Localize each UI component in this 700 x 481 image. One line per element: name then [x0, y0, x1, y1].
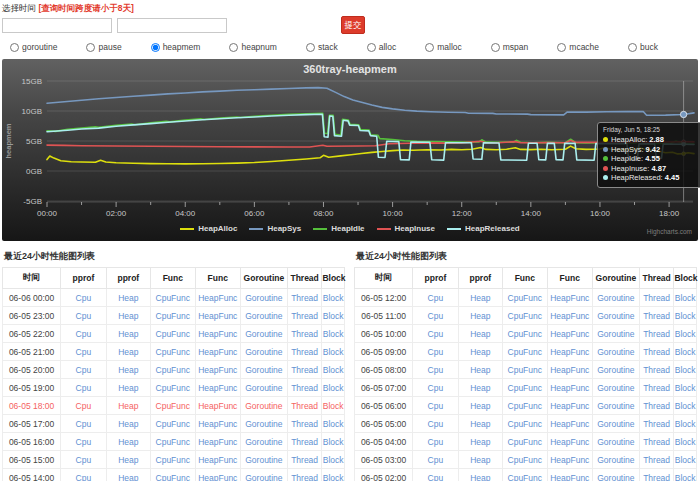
metric-radio-buck[interactable]	[628, 43, 637, 52]
profile-link-Cpu[interactable]: Cpu	[76, 455, 92, 465]
profile-link-Block[interactable]: Block	[675, 473, 696, 481]
end-time-input[interactable]	[117, 18, 227, 33]
profile-link-HeapFunc[interactable]: HeapFunc	[550, 419, 589, 429]
profile-link-Goroutine[interactable]: Goroutine	[245, 329, 282, 339]
profile-link-Heap[interactable]: Heap	[470, 311, 490, 321]
profile-link-Thread[interactable]: Thread	[291, 473, 318, 481]
highcharts-credits[interactable]: Highcharts.com	[647, 228, 692, 235]
profile-link-Block[interactable]: Block	[323, 329, 344, 339]
profile-link-Block[interactable]: Block	[675, 437, 696, 447]
profile-link-Goroutine[interactable]: Goroutine	[597, 419, 634, 429]
profile-link-Cpu[interactable]: Cpu	[76, 401, 92, 411]
profile-link-Cpu[interactable]: Cpu	[76, 347, 92, 357]
profile-link-Goroutine[interactable]: Goroutine	[245, 311, 282, 321]
profile-link-Cpu[interactable]: Cpu	[428, 419, 444, 429]
profile-link-Cpu[interactable]: Cpu	[428, 293, 444, 303]
profile-link-Heap[interactable]: Heap	[470, 401, 490, 411]
profile-link-Block[interactable]: Block	[675, 347, 696, 357]
profile-link-Cpu[interactable]: Cpu	[428, 455, 444, 465]
profile-link-CpuFunc[interactable]: CpuFunc	[508, 329, 543, 339]
profile-link-CpuFunc[interactable]: CpuFunc	[156, 293, 191, 303]
profile-link-CpuFunc[interactable]: CpuFunc	[156, 365, 191, 375]
profile-link-Cpu[interactable]: Cpu	[428, 437, 444, 447]
metric-radio-heapnum[interactable]	[229, 43, 238, 52]
profile-link-Thread[interactable]: Thread	[291, 419, 318, 429]
profile-link-Goroutine[interactable]: Goroutine	[597, 437, 634, 447]
profile-link-HeapFunc[interactable]: HeapFunc	[550, 293, 589, 303]
profile-link-HeapFunc[interactable]: HeapFunc	[198, 419, 237, 429]
profile-link-Thread[interactable]: Thread	[291, 455, 318, 465]
profile-link-CpuFunc[interactable]: CpuFunc	[156, 383, 191, 393]
profile-link-HeapFunc[interactable]: HeapFunc	[550, 365, 589, 375]
profile-link-Thread[interactable]: Thread	[291, 401, 318, 411]
profile-link-Heap[interactable]: Heap	[118, 347, 138, 357]
profile-link-CpuFunc[interactable]: CpuFunc	[508, 455, 543, 465]
profile-link-Thread[interactable]: Thread	[291, 365, 318, 375]
profile-link-Block[interactable]: Block	[323, 311, 344, 321]
profile-link-HeapFunc[interactable]: HeapFunc	[198, 365, 237, 375]
profile-link-Cpu[interactable]: Cpu	[428, 473, 444, 481]
start-time-input[interactable]	[2, 18, 112, 33]
profile-link-Heap[interactable]: Heap	[470, 347, 490, 357]
profile-link-Goroutine[interactable]: Goroutine	[597, 401, 634, 411]
profile-link-Block[interactable]: Block	[675, 329, 696, 339]
profile-link-Thread[interactable]: Thread	[291, 293, 318, 303]
chart-plot-area[interactable]: 15GB10GB5GB0GB-5GBheapmem00:0002:0004:00…	[2, 59, 698, 241]
profile-link-Heap[interactable]: Heap	[118, 419, 138, 429]
profile-link-Heap[interactable]: Heap	[470, 383, 490, 393]
profile-link-Thread[interactable]: Thread	[291, 329, 318, 339]
profile-link-CpuFunc[interactable]: CpuFunc	[156, 401, 191, 411]
profile-link-Cpu[interactable]: Cpu	[76, 437, 92, 447]
metric-radio-goroutine[interactable]	[10, 43, 19, 52]
profile-link-Goroutine[interactable]: Goroutine	[245, 419, 282, 429]
profile-link-Heap[interactable]: Heap	[118, 383, 138, 393]
profile-link-Block[interactable]: Block	[675, 365, 696, 375]
profile-link-HeapFunc[interactable]: HeapFunc	[198, 437, 237, 447]
metric-radio-heapmem[interactable]	[151, 43, 160, 52]
profile-link-Cpu[interactable]: Cpu	[428, 329, 444, 339]
profile-link-Block[interactable]: Block	[323, 437, 344, 447]
profile-link-Goroutine[interactable]: Goroutine	[597, 293, 634, 303]
profile-link-HeapFunc[interactable]: HeapFunc	[550, 401, 589, 411]
profile-link-HeapFunc[interactable]: HeapFunc	[550, 437, 589, 447]
profile-link-CpuFunc[interactable]: CpuFunc	[156, 437, 191, 447]
profile-link-Goroutine[interactable]: Goroutine	[597, 347, 634, 357]
profile-link-Heap[interactable]: Heap	[470, 419, 490, 429]
profile-link-Cpu[interactable]: Cpu	[76, 419, 92, 429]
profile-link-Goroutine[interactable]: Goroutine	[245, 365, 282, 375]
profile-link-Goroutine[interactable]: Goroutine	[597, 311, 634, 321]
profile-link-CpuFunc[interactable]: CpuFunc	[156, 311, 191, 321]
legend-item-HeapReleased[interactable]: HeapReleased	[447, 224, 520, 233]
profile-link-Cpu[interactable]: Cpu	[428, 311, 444, 321]
profile-link-HeapFunc[interactable]: HeapFunc	[550, 455, 589, 465]
profile-link-Block[interactable]: Block	[323, 383, 344, 393]
legend-item-HeapAlloc[interactable]: HeapAlloc	[180, 224, 237, 233]
profile-link-Heap[interactable]: Heap	[118, 455, 138, 465]
profile-link-Block[interactable]: Block	[323, 419, 344, 429]
profile-link-Block[interactable]: Block	[323, 365, 344, 375]
profile-link-Heap[interactable]: Heap	[118, 365, 138, 375]
profile-link-Heap[interactable]: Heap	[470, 437, 490, 447]
metric-radio-mcache[interactable]	[557, 43, 566, 52]
profile-link-Heap[interactable]: Heap	[118, 401, 138, 411]
profile-link-Goroutine[interactable]: Goroutine	[245, 473, 282, 481]
profile-link-Block[interactable]: Block	[675, 419, 696, 429]
profile-link-CpuFunc[interactable]: CpuFunc	[508, 473, 543, 481]
profile-link-Thread[interactable]: Thread	[291, 437, 318, 447]
profile-link-Block[interactable]: Block	[675, 401, 696, 411]
metric-radio-stack[interactable]	[306, 43, 315, 52]
profile-link-CpuFunc[interactable]: CpuFunc	[156, 473, 191, 481]
profile-link-Heap[interactable]: Heap	[470, 293, 490, 303]
profile-link-Thread[interactable]: Thread	[291, 311, 318, 321]
profile-link-Heap[interactable]: Heap	[118, 329, 138, 339]
profile-link-Goroutine[interactable]: Goroutine	[245, 293, 282, 303]
profile-link-Heap[interactable]: Heap	[470, 473, 490, 481]
profile-link-Block[interactable]: Block	[675, 455, 696, 465]
profile-link-Thread[interactable]: Thread	[643, 473, 670, 481]
profile-link-Heap[interactable]: Heap	[118, 437, 138, 447]
profile-link-CpuFunc[interactable]: CpuFunc	[156, 347, 191, 357]
profile-link-HeapFunc[interactable]: HeapFunc	[198, 401, 237, 411]
profile-link-Cpu[interactable]: Cpu	[76, 311, 92, 321]
profile-link-Block[interactable]: Block	[675, 293, 696, 303]
profile-link-Block[interactable]: Block	[323, 293, 344, 303]
